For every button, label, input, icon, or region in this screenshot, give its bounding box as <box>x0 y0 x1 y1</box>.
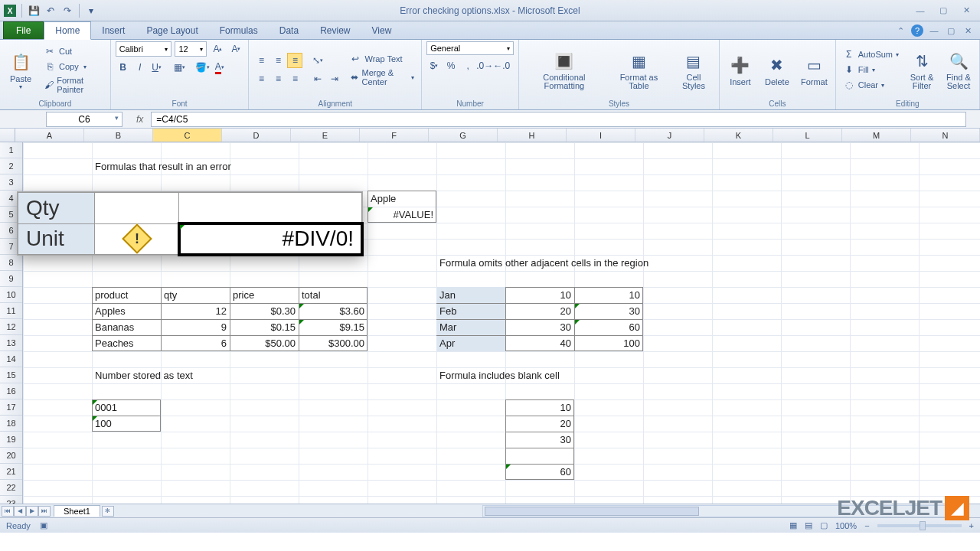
cell-G15[interactable]: Formula includes blank cell <box>436 367 643 383</box>
row-header-15[interactable]: 15 <box>0 367 22 383</box>
cell-E11[interactable]: $3.60 <box>299 303 368 319</box>
row-header-12[interactable]: 12 <box>0 319 22 335</box>
cell-D13[interactable]: $50.00 <box>230 335 299 351</box>
merge-center-button[interactable]: ⬌Merge & Center▾ <box>347 67 416 87</box>
column-header-G[interactable]: G <box>429 129 498 142</box>
copy-button[interactable]: ⎘Copy▾ <box>41 60 106 73</box>
cell-D11[interactable]: $0.30 <box>230 303 299 319</box>
format-cells-button[interactable]: ▭Format <box>798 51 831 88</box>
tab-insert[interactable]: Insert <box>91 22 136 39</box>
comma-icon[interactable]: , <box>460 58 475 73</box>
column-header-I[interactable]: I <box>567 129 635 142</box>
cell-H10[interactable]: 10 <box>505 287 574 303</box>
delete-cells-button[interactable]: ✖Delete <box>761 51 793 88</box>
close-button[interactable]: ✕ <box>960 5 972 17</box>
percent-icon[interactable]: % <box>443 58 459 73</box>
row-header-8[interactable]: 8 <box>0 255 22 271</box>
borders-button[interactable]: ▦▾ <box>172 60 188 75</box>
column-header-N[interactable]: N <box>911 129 980 142</box>
sort-filter-button[interactable]: ⇅Sort & Filter <box>906 47 938 92</box>
workbook-restore-icon[interactable]: ▢ <box>945 24 957 37</box>
currency-icon[interactable]: $▾ <box>426 58 442 73</box>
cell-E12[interactable]: $9.15 <box>299 319 368 335</box>
column-header-C[interactable]: C <box>153 129 222 142</box>
column-header-H[interactable]: H <box>498 129 567 142</box>
fill-button[interactable]: ⬇Fill▾ <box>841 63 901 77</box>
row-header-21[interactable]: 21 <box>0 464 22 480</box>
column-header-M[interactable]: M <box>842 129 911 142</box>
cell-C12[interactable]: 9 <box>161 319 230 335</box>
cell-E13[interactable]: $300.00 <box>299 335 368 351</box>
font-size-combo[interactable]: 12▾ <box>175 41 207 57</box>
cell-I12[interactable]: 60 <box>574 319 643 335</box>
tab-page-layout[interactable]: Page Layout <box>136 22 208 39</box>
qat-customize-icon[interactable]: ▾ <box>84 4 98 18</box>
column-header-F[interactable]: F <box>360 129 429 142</box>
column-header-D[interactable]: D <box>222 129 291 142</box>
cell-B15[interactable]: Number stored as text <box>92 367 299 383</box>
sheet-nav-last[interactable]: ⏭ <box>38 506 51 517</box>
cell-G13[interactable]: Apr <box>436 335 505 351</box>
cell-B13[interactable]: Peaches <box>92 335 161 351</box>
name-box[interactable]: C6 <box>46 112 122 127</box>
autosum-button[interactable]: ΣAutoSum▾ <box>841 47 901 61</box>
view-break-icon[interactable]: ▢ <box>820 520 828 530</box>
italic-button[interactable]: I <box>132 60 148 75</box>
row-header-9[interactable]: 9 <box>0 271 22 287</box>
row-header-17[interactable]: 17 <box>0 399 22 416</box>
format-as-table-button[interactable]: ▦Format as Table <box>609 47 668 92</box>
cell-I10[interactable]: 10 <box>574 287 643 303</box>
cell-B18[interactable]: 100 <box>92 416 161 432</box>
number-format-combo[interactable]: General▾ <box>426 41 514 55</box>
formula-input[interactable]: =C4/C5 <box>151 112 966 127</box>
increase-indent-icon[interactable]: ⇥ <box>327 71 342 86</box>
insert-cells-button[interactable]: ➕Insert <box>724 51 756 88</box>
column-header-J[interactable]: J <box>635 129 704 142</box>
align-right-icon[interactable]: ≡ <box>287 71 302 86</box>
cell-H21[interactable]: 60 <box>505 464 574 480</box>
row-header-13[interactable]: 13 <box>0 335 22 351</box>
font-color-button[interactable]: A▾ <box>212 60 227 75</box>
cell-F5[interactable]: #VALUE! <box>368 207 436 223</box>
redo-icon[interactable]: ↷ <box>60 4 74 18</box>
row-header-1[interactable]: 1 <box>0 142 22 158</box>
zoom-slider[interactable] <box>877 524 962 527</box>
tab-file[interactable]: File <box>3 21 44 39</box>
row-header-22[interactable]: 22 <box>0 480 22 496</box>
view-normal-icon[interactable]: ▦ <box>789 520 797 530</box>
workbook-minimize-icon[interactable]: — <box>928 24 940 37</box>
clear-button[interactable]: ◌Clear▾ <box>841 78 901 92</box>
column-header-K[interactable]: K <box>704 129 773 142</box>
row-header-10[interactable]: 10 <box>0 287 22 303</box>
row-header-20[interactable]: 20 <box>0 448 22 464</box>
undo-icon[interactable]: ↶ <box>44 4 57 18</box>
cell-G12[interactable]: Mar <box>436 319 505 335</box>
row-header-19[interactable]: 19 <box>0 432 22 448</box>
cell-G11[interactable]: Feb <box>436 303 505 319</box>
conditional-formatting-button[interactable]: 🔳Conditional Formatting <box>524 47 605 92</box>
cell-E10[interactable]: total <box>299 287 368 303</box>
view-layout-icon[interactable]: ▤ <box>805 520 812 530</box>
decrease-font-icon[interactable]: A▾ <box>228 41 243 57</box>
align-center-icon[interactable]: ≡ <box>270 71 286 86</box>
paste-button[interactable]: 📋 Paste ▾ <box>5 48 37 92</box>
help-icon[interactable]: ? <box>911 24 923 37</box>
cell-D12[interactable]: $0.15 <box>230 319 299 335</box>
zoom-out-button[interactable]: − <box>864 521 869 530</box>
ribbon-minimize-icon[interactable]: ⌃ <box>894 24 906 37</box>
decrease-indent-icon[interactable]: ⇤ <box>310 71 325 86</box>
macro-record-icon[interactable]: ▣ <box>40 520 47 530</box>
cut-button[interactable]: ✂Cut <box>41 44 106 58</box>
cell-I11[interactable]: 30 <box>574 303 643 319</box>
cell-C10[interactable]: qty <box>161 287 230 303</box>
row-header-18[interactable]: 18 <box>0 416 22 432</box>
cell-B2[interactable]: Formulas that result in an error <box>92 158 368 174</box>
sheet-nav-prev[interactable]: ◀ <box>14 506 26 517</box>
excel-icon[interactable]: X <box>3 4 17 18</box>
sheet-nav-next[interactable]: ▶ <box>26 506 38 517</box>
cell-styles-button[interactable]: ▤Cell Styles <box>673 47 714 92</box>
tab-view[interactable]: View <box>361 22 403 39</box>
minimize-button[interactable]: — <box>914 5 926 17</box>
row-header-23[interactable]: 23 <box>0 496 22 504</box>
cell-H13[interactable]: 40 <box>505 335 574 351</box>
